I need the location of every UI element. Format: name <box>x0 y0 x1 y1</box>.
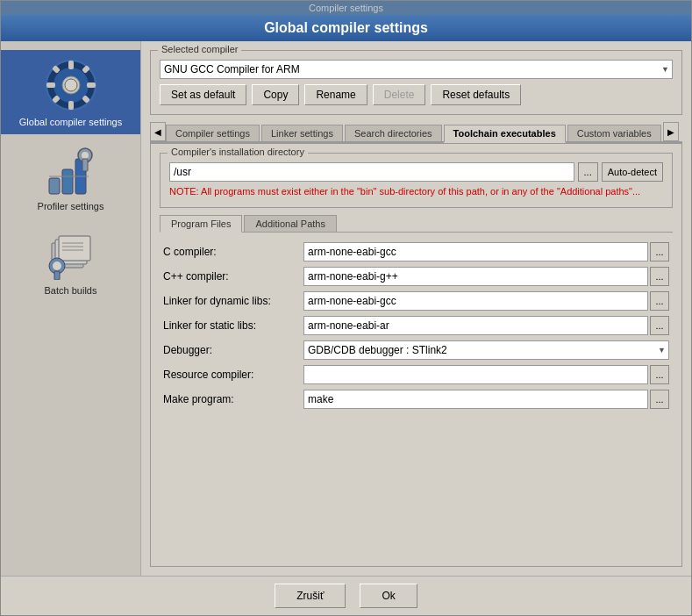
make-program-label: Make program: <box>160 387 300 412</box>
linker-dynamic-field-row: ... <box>303 291 669 311</box>
svg-point-11 <box>65 79 77 91</box>
main-window: Compiler settings Global compiler settin… <box>0 0 692 616</box>
sidebar-item-global-compiler-label: Global compiler settings <box>19 117 122 127</box>
auto-detect-button[interactable]: Auto-detect <box>602 162 663 182</box>
linker-static-browse-button[interactable]: ... <box>650 316 669 335</box>
tab-linker-settings[interactable]: Linker settings <box>261 125 343 141</box>
cpp-compiler-field-cell: ... <box>300 264 673 289</box>
cpp-compiler-field-row: ... <box>303 267 669 286</box>
rename-button[interactable]: Rename <box>304 84 367 105</box>
batch-builds-icon <box>43 226 99 282</box>
sidebar-item-batch-builds-label: Batch builds <box>45 285 97 296</box>
selected-compiler-group-title: Selected compiler <box>158 44 241 54</box>
ok-button[interactable]: Ok <box>360 584 417 608</box>
install-dir-note: NOTE: All programs must exist either in … <box>169 185 663 198</box>
svg-rect-4 <box>68 101 74 110</box>
resource-compiler-field-row: ... <box>303 365 669 384</box>
sidebar-item-profiler[interactable]: Profiler settings <box>1 134 140 218</box>
make-program-input[interactable] <box>303 390 648 409</box>
selected-compiler-group: Selected compiler GNU GCC Compiler for A… <box>150 50 682 115</box>
sub-tab-bar: Program Files Additional Paths <box>160 215 673 233</box>
sidebar-item-profiler-label: Profiler settings <box>38 201 104 211</box>
svg-rect-21 <box>59 236 90 261</box>
svg-point-17 <box>82 152 89 159</box>
cpp-compiler-input[interactable] <box>303 267 648 286</box>
cpp-compiler-browse-button[interactable]: ... <box>650 267 669 286</box>
cpp-compiler-label: C++ compiler: <box>160 264 300 289</box>
make-program-field-cell: ... <box>300 387 673 412</box>
footer: Zrušiť Ok <box>1 576 691 615</box>
cpp-compiler-row: C++ compiler: ... <box>160 264 673 289</box>
linker-dynamic-browse-button[interactable]: ... <box>650 291 669 311</box>
copy-button[interactable]: Copy <box>252 84 299 105</box>
compiler-buttons-row: Set as default Copy Rename Delete Reset … <box>160 84 673 105</box>
svg-rect-13 <box>62 169 73 194</box>
resource-compiler-input[interactable] <box>303 365 648 384</box>
compiler-select[interactable]: GNU GCC Compiler for ARM <box>160 60 673 79</box>
linker-dynamic-row: Linker for dynamic libs: ... <box>160 289 673 313</box>
sub-tab-additional-paths[interactable]: Additional Paths <box>244 215 337 232</box>
c-compiler-field-cell: ... <box>300 240 673 264</box>
main-title-text: Global compiler settings <box>264 20 428 35</box>
install-dir-group-title: Compiler's installation directory <box>168 147 308 157</box>
make-program-row: Make program: ... <box>160 387 673 412</box>
resource-compiler-browse-button[interactable]: ... <box>650 365 669 384</box>
tab-search-directories[interactable]: Search directories <box>345 125 442 141</box>
make-program-browse-button[interactable]: ... <box>650 390 669 409</box>
svg-point-26 <box>53 261 61 270</box>
resource-compiler-row: Resource compiler: ... <box>160 362 673 387</box>
tab-next-button[interactable]: ▶ <box>663 122 679 141</box>
svg-rect-6 <box>87 82 96 88</box>
linker-static-label: Linker for static libs: <box>160 313 300 338</box>
svg-rect-5 <box>46 82 55 88</box>
sidebar-item-global-compiler[interactable]: Global compiler settings <box>1 50 140 134</box>
compiler-select-wrapper: GNU GCC Compiler for ARM <box>160 60 673 79</box>
linker-static-input[interactable] <box>303 316 648 335</box>
c-compiler-label: C compiler: <box>160 240 300 264</box>
c-compiler-field-row: ... <box>303 242 669 261</box>
debugger-label: Debugger: <box>160 338 300 362</box>
linker-dynamic-field-cell: ... <box>300 289 673 313</box>
profiler-icon <box>43 141 99 197</box>
debugger-select-wrapper: GDB/CDB debugger : STlink2 <box>303 340 669 360</box>
c-compiler-row: C compiler: ... <box>160 240 673 264</box>
delete-button[interactable]: Delete <box>373 84 426 105</box>
svg-rect-18 <box>82 159 88 171</box>
linker-dynamic-input[interactable] <box>303 291 648 311</box>
c-compiler-browse-button[interactable]: ... <box>650 242 669 261</box>
linker-static-field-cell: ... <box>300 313 673 338</box>
make-program-field-row: ... <box>303 390 669 409</box>
resource-compiler-field-cell: ... <box>300 362 673 387</box>
content-area: Selected compiler GNU GCC Compiler for A… <box>141 41 691 576</box>
tab-bar: ◀ Compiler settings Linker settings Sear… <box>150 122 682 143</box>
c-compiler-input[interactable] <box>303 242 648 261</box>
mini-title-bar: Compiler settings <box>1 1 691 15</box>
tab-compiler-settings[interactable]: Compiler settings <box>166 125 260 141</box>
main-title-bar: Global compiler settings <box>1 15 691 41</box>
tab-prev-button[interactable]: ◀ <box>150 122 166 141</box>
svg-rect-27 <box>54 271 60 280</box>
resource-compiler-label: Resource compiler: <box>160 362 300 387</box>
install-dir-input[interactable] <box>169 162 574 182</box>
debugger-select[interactable]: GDB/CDB debugger : STlink2 <box>303 340 669 360</box>
linker-static-row: Linker for static libs: ... <box>160 313 673 338</box>
mini-title-text: Compiler settings <box>309 3 383 13</box>
tab-custom-variables[interactable]: Custom variables <box>567 125 661 141</box>
debugger-field-cell: GDB/CDB debugger : STlink2 <box>300 338 673 362</box>
sidebar: Global compiler settings <box>1 41 141 576</box>
reset-defaults-button[interactable]: Reset defaults <box>431 84 521 105</box>
tab-toolchain-executables[interactable]: Toolchain executables <box>444 125 566 143</box>
linker-dynamic-label: Linker for dynamic libs: <box>160 289 300 313</box>
install-dir-group: Compiler's installation directory ... Au… <box>160 153 673 208</box>
install-dir-browse-button[interactable]: ... <box>578 162 598 182</box>
global-compiler-icon <box>43 57 99 113</box>
linker-static-field-row: ... <box>303 316 669 335</box>
compiler-selector-row: GNU GCC Compiler for ARM <box>160 60 673 79</box>
set-default-button[interactable]: Set as default <box>160 84 246 105</box>
sidebar-item-batch-builds[interactable]: Batch builds <box>1 218 140 303</box>
install-dir-row: ... Auto-detect <box>169 162 663 182</box>
cancel-button[interactable]: Zrušiť <box>275 584 346 608</box>
svg-rect-3 <box>68 61 74 69</box>
main-area: Global compiler settings <box>1 41 691 576</box>
sub-tab-program-files[interactable]: Program Files <box>160 215 242 233</box>
